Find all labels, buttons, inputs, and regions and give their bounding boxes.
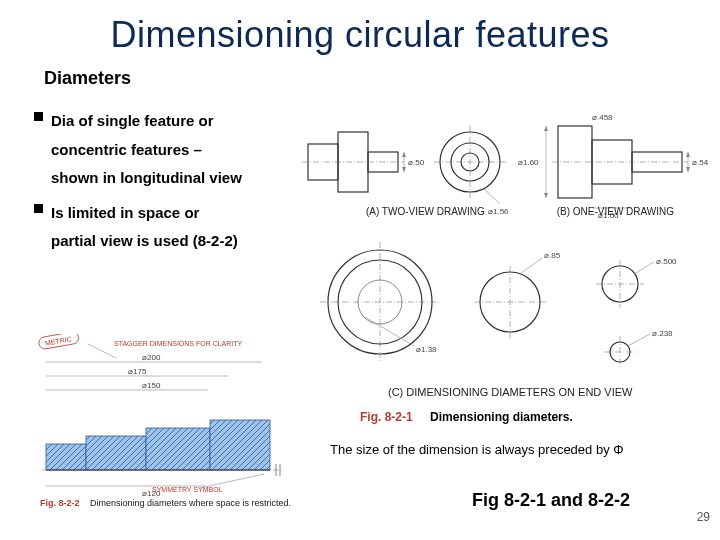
figure-main-label: Fig. 8-2-1 Dimensioning diameters. [360, 410, 573, 424]
figure-ref: Fig. 8-2-2 [40, 498, 80, 508]
dim-label: ⌀.54 [692, 158, 708, 167]
caption-c: (C) DIMENSIONING DIAMETERS ON END VIEW [388, 386, 632, 398]
svg-line-24 [365, 317, 414, 346]
dim-label: ⌀.500 [656, 257, 677, 266]
svg-line-32 [634, 262, 654, 274]
bullet-text: Is limited in space or partial view is u… [51, 199, 238, 256]
page-title: Dimensioning circular features [0, 0, 720, 56]
figure-captions-ab: (A) TWO-VIEW DRAWING (B) ONE-VIEW DRAWIN… [330, 206, 710, 217]
bullet-line: concentric features – [51, 141, 202, 158]
dim-label: ⌀150 [142, 381, 161, 390]
figure-8-2-2: METRIC STAGGER DIMENSIONS FOR CLARITY ⌀2… [32, 334, 300, 509]
svg-line-28 [520, 258, 542, 274]
dim-label: ⌀.85 [544, 251, 561, 260]
dim-label: ⌀.50 [408, 158, 425, 167]
bullet-line: partial view is used (8-2-2) [51, 232, 238, 249]
svg-rect-0 [308, 144, 338, 180]
page-number: 29 [697, 510, 710, 524]
svg-rect-45 [146, 428, 210, 470]
caption-b: (B) ONE-VIEW DRAWING [557, 206, 674, 217]
bullet-square-icon [34, 204, 43, 213]
subtitle: Diameters [0, 56, 720, 89]
svg-line-39 [88, 344, 116, 358]
bullet-list: Dia of single feature or concentric feat… [0, 89, 290, 256]
dim-label: ⌀175 [128, 367, 147, 376]
dim-label: ⌀.238 [652, 329, 673, 338]
svg-line-36 [628, 334, 650, 346]
svg-rect-46 [210, 420, 270, 470]
caption-a: (A) TWO-VIEW DRAWING [366, 206, 485, 217]
dim-label: ⌀200 [142, 353, 161, 362]
figure-ref: Fig. 8-2-1 [360, 410, 413, 424]
dim-label: ⌀1.60 [518, 158, 539, 167]
phi-note: The size of the dimension is always prec… [330, 442, 624, 457]
bullet-line: shown in longitudinal view [51, 169, 242, 186]
bullet-line: Is limited in space or [51, 204, 199, 221]
list-item: Is limited in space or partial view is u… [34, 199, 290, 256]
svg-rect-43 [46, 444, 86, 470]
svg-line-11 [483, 188, 500, 204]
svg-rect-44 [86, 436, 146, 470]
list-item: Dia of single feature or concentric feat… [34, 107, 290, 193]
svg-rect-1 [338, 132, 368, 192]
bullet-line: Dia of single feature or [51, 112, 214, 129]
figure-title: Dimensioning diameters where space is re… [90, 498, 291, 508]
dim-label: ⌀1.38 [416, 345, 437, 354]
figure-title: Dimensioning diameters. [430, 410, 573, 424]
figure-bl-label: Fig. 8-2-2 Dimensioning diameters where … [40, 498, 291, 508]
symmetry-label: SYMMETRY SYMBOL [152, 486, 223, 493]
svg-line-52 [200, 474, 264, 488]
stagger-note: STAGGER DIMENSIONS FOR CLARITY [114, 340, 243, 347]
bullet-square-icon [34, 112, 43, 121]
figure-reference: Fig 8-2-1 and 8-2-2 [472, 490, 630, 511]
bullet-text: Dia of single feature or concentric feat… [51, 107, 242, 193]
figure-c: ⌀1.38 ⌀.85 ⌀.500 ⌀.238 [310, 232, 708, 402]
dim-label: ⌀.458 [592, 113, 613, 122]
